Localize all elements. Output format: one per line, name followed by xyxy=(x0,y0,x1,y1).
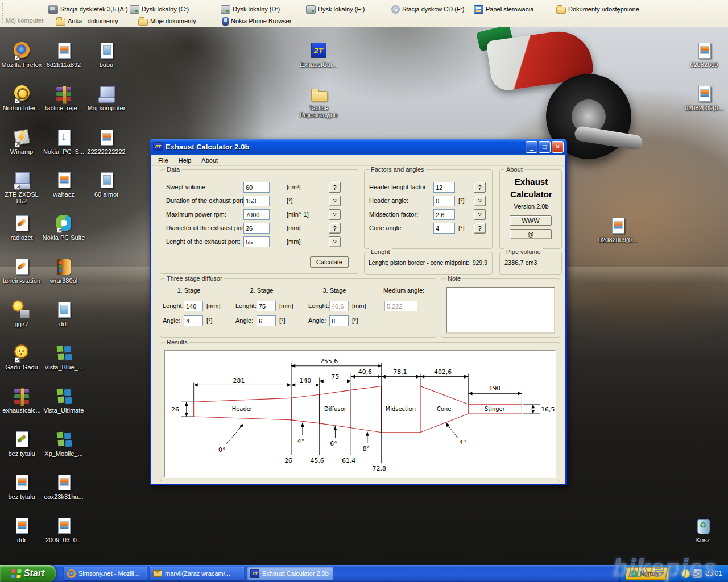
dim-midsection: 78,1 xyxy=(393,368,407,376)
desktop-icon-folder-tablice[interactable]: Tablice Rejestracyjne xyxy=(297,84,340,118)
desktop-icon-my-computer[interactable]: Mój komputer xyxy=(85,84,128,111)
header-factor-input[interactable] xyxy=(433,182,455,193)
desktop-icon-zte-modem[interactable]: ↗ZTE ZXDSL 852 xyxy=(0,171,43,205)
desktop-icon-image-file[interactable]: 02082009(0... xyxy=(682,84,726,111)
header-angle-input[interactable] xyxy=(433,196,455,206)
desktop-icon-rar-archive[interactable]: tablice_reje... xyxy=(42,84,85,111)
toolbar-item-disk-e[interactable]: Dysk lokalny (E:) xyxy=(306,4,365,14)
exhaust-calculator-2t-icon: 2T xyxy=(309,41,328,60)
taskbar-task-firefox[interactable]: Simsony.net - Mozilla ... xyxy=(64,567,147,580)
toolbar-item-cd-f[interactable]: Stacja dysków CD (F:) xyxy=(391,4,464,14)
desktop-icon-gg-installer[interactable]: gg77 xyxy=(0,300,43,327)
desktop-icon-media-file[interactable]: radiozet xyxy=(0,214,43,241)
port-length-help-button[interactable]: ? xyxy=(329,236,341,247)
swept-volume-help-button[interactable]: ? xyxy=(329,182,341,193)
menu-about[interactable]: About xyxy=(197,156,222,165)
desktop-icon-recycle-bin[interactable]: Kosz xyxy=(681,516,725,543)
toolbar-item-my-documents[interactable]: Moje dokumenty xyxy=(138,16,196,26)
toolbar-item-disk-d[interactable]: Dysk lokalny (D:) xyxy=(221,4,280,14)
email-button[interactable]: @ xyxy=(510,229,552,239)
port-diameter-help-button[interactable]: ? xyxy=(329,223,341,234)
norton-tray-badge[interactable]: ✓ Norton™ xyxy=(626,567,669,580)
volume-tray-icon[interactable] xyxy=(693,569,702,578)
port-diameter-input[interactable] xyxy=(243,223,270,234)
gadu-gadu-tray-icon[interactable] xyxy=(681,569,690,578)
start-button[interactable]: Start xyxy=(0,565,56,582)
taskbar-task-messenger[interactable]: marvil(Zaraz wracam/... xyxy=(150,567,244,580)
toolbar-item-control-panel[interactable]: Panel sterowania xyxy=(474,4,533,14)
duration-help-button[interactable]: ? xyxy=(329,196,341,206)
menu-help[interactable]: Help xyxy=(174,156,196,165)
stage2-angle-input[interactable] xyxy=(257,315,276,326)
desktop-icon-winrar-sfx[interactable]: wrar380pl xyxy=(42,257,85,284)
menu-file[interactable]: File xyxy=(154,156,173,165)
header-factor-help-button[interactable]: ? xyxy=(474,182,486,193)
note-textarea[interactable] xyxy=(446,287,555,334)
folder-icon xyxy=(309,84,328,103)
stage2-lenght-input[interactable] xyxy=(257,301,276,311)
desktop-icon-image-file[interactable]: 6d2b11a892 xyxy=(42,41,85,68)
desktop-icon-paint-file[interactable]: bez tytułu xyxy=(0,430,43,457)
duration-input[interactable] xyxy=(243,196,270,206)
installer-download-icon xyxy=(54,128,73,147)
desktop-icon-image-file[interactable]: bez tytułu xyxy=(0,473,43,500)
desktop-icon-theme-pack[interactable]: Vista_Ultimate xyxy=(42,386,85,414)
maximize-button[interactable]: □ xyxy=(539,141,551,153)
midsection-factor-input[interactable] xyxy=(433,209,455,220)
desktop-icon-gadu-gadu[interactable]: ↗Gadu-Gadu xyxy=(0,343,43,371)
toolbar-drag-handle[interactable] xyxy=(2,3,5,24)
max-rpm-help-button[interactable]: ? xyxy=(329,209,341,220)
desktop-icon-theme-pack[interactable]: Xp_Mobile_... xyxy=(42,430,85,457)
stage1-angle-input[interactable] xyxy=(184,315,203,326)
desktop-icon-image-file[interactable]: 02082009(0... xyxy=(596,216,639,243)
desktop-icon-image-file[interactable]: 2009_03_0... xyxy=(42,516,85,543)
desktop-icon-document[interactable]: 60 almot xyxy=(85,171,128,198)
toolbar-item-nokia-phone-browser[interactable]: Nokia Phone Browser xyxy=(221,16,291,26)
diffusor-group: Three stage diffusor 1. Stage 2. Stage 3… xyxy=(160,278,436,338)
stage3-angle-input[interactable] xyxy=(329,315,349,326)
taskbar-task-exhaust-calculator[interactable]: 2T Exhaust Calculator 2.0b xyxy=(247,567,333,580)
desktop-icon-rar-archive[interactable]: exhaustcalc... xyxy=(0,386,43,414)
firefox-icon: ↗ xyxy=(12,41,31,60)
desktop-icon-media-file[interactable]: tunein-station xyxy=(0,257,43,284)
desktop-icon-firefox[interactable]: ↗Mozilla Firefox xyxy=(0,41,43,68)
desktop-icon-image-file[interactable]: 02082009 xyxy=(682,41,726,68)
toolbar-item-disk-c[interactable]: Dysk lokalny (C:) xyxy=(130,4,189,14)
www-button[interactable]: WWW xyxy=(510,215,552,226)
angle-label-stage1: 4° xyxy=(297,438,304,445)
dim-stinger: 190 xyxy=(489,385,500,392)
desktop-icon-exhaust-calculator[interactable]: 2TExhaustCal... xyxy=(297,41,340,68)
desktop-icon-winamp[interactable]: ↗Winamp xyxy=(0,128,43,155)
nokia-pc-suite-icon: ↗ xyxy=(54,214,73,233)
desktop-icon-document[interactable]: bubu xyxy=(85,41,128,68)
desktop-icon-installer[interactable]: Nokia_PC_S... xyxy=(42,128,85,155)
toolbar-item-anka-documents[interactable]: Anka - dokumenty xyxy=(56,16,118,26)
desktop-icon-norton[interactable]: ↗Norton Inter... xyxy=(0,84,43,111)
tray-collapse-chevron-icon[interactable]: ‹ xyxy=(672,569,678,578)
minimize-button[interactable]: _ xyxy=(526,141,537,153)
midsection-factor-help-button[interactable]: ? xyxy=(474,209,486,220)
desktop-icon-theme-pack[interactable]: Vista_Blue_... xyxy=(42,343,85,371)
desktop-icon-nokia-pc-suite[interactable]: ↗Nokia PC Suite xyxy=(42,214,85,241)
section-label-diffusor: Diffusor xyxy=(324,406,347,412)
desktop-icon-image-file[interactable]: 22222222222 xyxy=(85,128,128,155)
max-rpm-input[interactable] xyxy=(243,209,270,220)
desktop-icon-document[interactable]: ddr xyxy=(42,300,85,327)
cone-angle-input[interactable] xyxy=(433,223,455,234)
close-button[interactable]: × xyxy=(552,141,564,153)
desktop-icon-image-file[interactable]: oox23k31hu... xyxy=(42,473,85,500)
desktop-icon-image-file[interactable]: wahacz xyxy=(42,171,85,198)
stage1-lenght-input[interactable] xyxy=(184,301,203,311)
toolbar-item-shared-documents[interactable]: Dokumenty udostępnione xyxy=(556,4,639,14)
toolbar-item-floppy-a[interactable]: Stacja dyskietek 3,5 (A:) xyxy=(48,4,128,14)
swept-volume-input[interactable] xyxy=(243,182,270,193)
stage2-lenght-label: Lenght: xyxy=(235,302,257,310)
desktop-icon-image-file[interactable]: ddr xyxy=(0,516,43,543)
header-angle-help-button[interactable]: ? xyxy=(474,196,486,206)
window-titlebar[interactable]: 2T Exhaust Calculator 2.0b _ □ × xyxy=(150,139,567,155)
calculate-button[interactable]: Calculate xyxy=(310,256,349,268)
section-label-header: Header xyxy=(232,406,253,412)
toolbar-title: Mój komputer xyxy=(6,17,44,24)
cone-angle-help-button[interactable]: ? xyxy=(474,223,486,234)
port-length-input[interactable] xyxy=(243,236,270,247)
